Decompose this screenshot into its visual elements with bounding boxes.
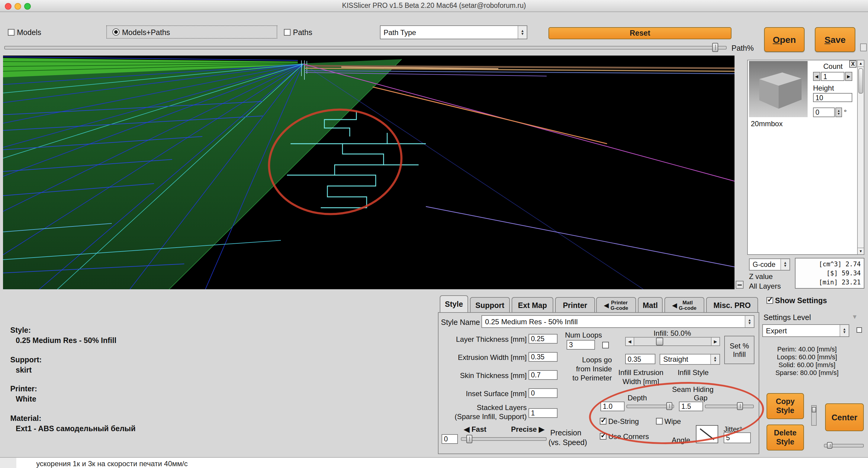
screenshot-stage: KISSlicer PRO v1.5 Beta 2.20 Mac64 (seta… — [0, 0, 868, 468]
precision-value: 0 — [444, 435, 448, 443]
collapse-panel-button[interactable] — [736, 281, 744, 289]
stacked-layers-sublabel: (Sparse Infill, Support) — [425, 412, 527, 421]
use-corners-checkbox[interactable] — [600, 433, 607, 440]
style-mini-vslider[interactable] — [811, 405, 817, 426]
precision-slider-thumb[interactable] — [466, 435, 472, 443]
infill-slider-thumb[interactable] — [656, 338, 663, 345]
precise-label: Precise ▶ — [511, 425, 545, 434]
style-mini-vslider-thumb[interactable] — [812, 407, 816, 412]
precision-sublabel: (vs. Speed) — [549, 438, 587, 447]
slider-left-arrow-icon[interactable]: ◀ — [626, 338, 634, 345]
model-list-scrollbar[interactable]: ▲ ▼ — [857, 60, 864, 254]
stacked-layers-label: Stacked Layers — [437, 403, 527, 412]
layer-thickness-label: Layer Thickness [mm] — [437, 335, 527, 344]
skin-thickness-field[interactable]: 0.7 — [529, 370, 558, 380]
reset-button[interactable]: Reset — [549, 27, 732, 39]
stat-volume: [cm^3] 2.74 — [799, 260, 861, 269]
count-decrement-button[interactable]: ◀ — [813, 72, 820, 81]
seam-angle-button[interactable] — [696, 425, 718, 443]
scroll-down-icon[interactable]: ▼ — [858, 248, 864, 254]
paths-checkbox[interactable] — [284, 29, 290, 36]
precision-field[interactable]: 0 — [441, 434, 458, 444]
model-box-render — [749, 61, 808, 117]
rotation-field[interactable]: 0 — [813, 107, 835, 117]
rotation-stepper[interactable]: ▲▼ — [835, 107, 842, 117]
seam-gap-slider[interactable] — [705, 402, 754, 410]
tab-matl-gcode[interactable]: ◀ Matl G-code — [664, 297, 704, 313]
notes-textarea[interactable]: ускорения 1к и 3к на скорости печати 40м… — [16, 458, 868, 468]
model-name-label: 20mmbox — [751, 120, 782, 128]
minus-icon — [738, 284, 742, 286]
open-button[interactable]: Open — [764, 27, 805, 52]
infill-style-dropdown[interactable]: Straight ▲▼ — [660, 354, 720, 365]
scroll-up-icon[interactable]: ▲ — [858, 60, 864, 67]
info-printer-value: White — [16, 395, 36, 403]
corner-box[interactable] — [860, 43, 867, 51]
seam-depth-slider-thumb[interactable] — [666, 402, 673, 410]
copy-style-button[interactable]: Copy Style — [767, 393, 804, 419]
models-paths-radio[interactable] — [112, 28, 120, 36]
scrollbar-thumb[interactable] — [858, 68, 863, 94]
extrusion-width-field[interactable]: 0.35 — [529, 352, 558, 362]
seam-gap-field[interactable]: 1.5 — [679, 402, 703, 411]
extrusion-width-value: 0.35 — [531, 353, 545, 361]
rotation-value: 0 — [815, 109, 819, 116]
tab-printer[interactable]: Printer — [555, 297, 595, 313]
center-button[interactable]: Center — [825, 403, 864, 431]
viewport-3d[interactable] — [3, 56, 735, 289]
center-button-label: Center — [832, 413, 858, 422]
count-field[interactable]: 1 — [821, 72, 844, 81]
path-percent-slider-thumb[interactable] — [712, 43, 718, 52]
view-mini-hslider-thumb[interactable] — [827, 442, 833, 449]
path-percent-slider-track[interactable] — [4, 45, 727, 49]
gcode-dropdown-value: G-code — [753, 261, 775, 268]
toolpath-render — [3, 56, 735, 289]
disclosure-triangle-icon[interactable]: ▼ — [852, 313, 858, 320]
gcode-dropdown[interactable]: G-code ▲▼ — [749, 258, 790, 271]
set-percent-infill-button[interactable]: Set % Infill — [724, 336, 754, 364]
save-button[interactable]: Save — [815, 27, 855, 52]
infill-extrusion-width-field[interactable]: 0.35 — [625, 354, 655, 364]
slider-right-arrow-icon[interactable]: ▶ — [711, 338, 719, 345]
path-type-dropdown[interactable]: Path Type ▲▼ — [380, 25, 527, 39]
wipe-checkbox[interactable] — [656, 418, 663, 425]
stacked-layers-field[interactable]: 1 — [529, 408, 558, 418]
height-field[interactable]: 10 — [813, 93, 852, 102]
infill-slider-track[interactable] — [634, 338, 711, 345]
view-mini-hslider[interactable] — [824, 442, 864, 449]
chevron-updown-icon: ▲▼ — [840, 325, 849, 336]
remove-model-button[interactable]: X — [849, 60, 857, 68]
info-printer-label: Printer: — [10, 385, 37, 393]
show-settings-checkbox[interactable] — [767, 297, 773, 304]
tab-support[interactable]: Support — [470, 297, 510, 313]
settings-level-mini-checkbox[interactable] — [857, 327, 862, 333]
model-thumbnail[interactable] — [749, 61, 808, 117]
precision-slider[interactable] — [461, 435, 547, 443]
destring-label: De-String — [608, 417, 639, 426]
style-name-dropdown[interactable]: 0.25 Medium Res - 50% Infill ▲▼ — [482, 315, 754, 328]
inset-surface-field[interactable]: 0 — [529, 388, 558, 398]
count-increment-button[interactable]: ▶ — [845, 72, 852, 81]
infill-slider[interactable]: ◀ ▶ — [625, 337, 720, 346]
num-loops-checkbox[interactable] — [602, 342, 609, 348]
tab-printer-gcode[interactable]: ◀ Printer G-code — [596, 297, 636, 313]
delete-style-button[interactable]: Delete Style — [767, 425, 804, 450]
seam-depth-slider[interactable] — [626, 402, 674, 410]
tab-ext-map[interactable]: Ext Map — [512, 297, 553, 313]
layer-thickness-field[interactable]: 0.25 — [529, 334, 558, 344]
path-percent-slider[interactable] — [4, 43, 727, 52]
models-checkbox[interactable] — [8, 29, 14, 36]
tab-misc-pro[interactable]: Misc. PRO — [706, 297, 758, 313]
settings-level-dropdown[interactable]: Expert ▲▼ — [762, 324, 849, 337]
count-value: 1 — [823, 73, 827, 80]
seam-gap-slider-track[interactable] — [705, 404, 754, 408]
destring-checkbox[interactable] — [600, 418, 607, 425]
num-loops-field[interactable]: 3 — [566, 340, 595, 350]
tab-matl[interactable]: Matl — [638, 297, 663, 313]
stat-time: [min] 23.21 — [799, 278, 861, 287]
precision-slider-track[interactable] — [461, 437, 547, 441]
tab-style[interactable]: Style — [440, 295, 468, 313]
jitter-field[interactable]: 5 — [724, 432, 751, 443]
seam-depth-field[interactable]: 1.0 — [600, 402, 625, 411]
seam-gap-slider-thumb[interactable] — [737, 402, 743, 410]
